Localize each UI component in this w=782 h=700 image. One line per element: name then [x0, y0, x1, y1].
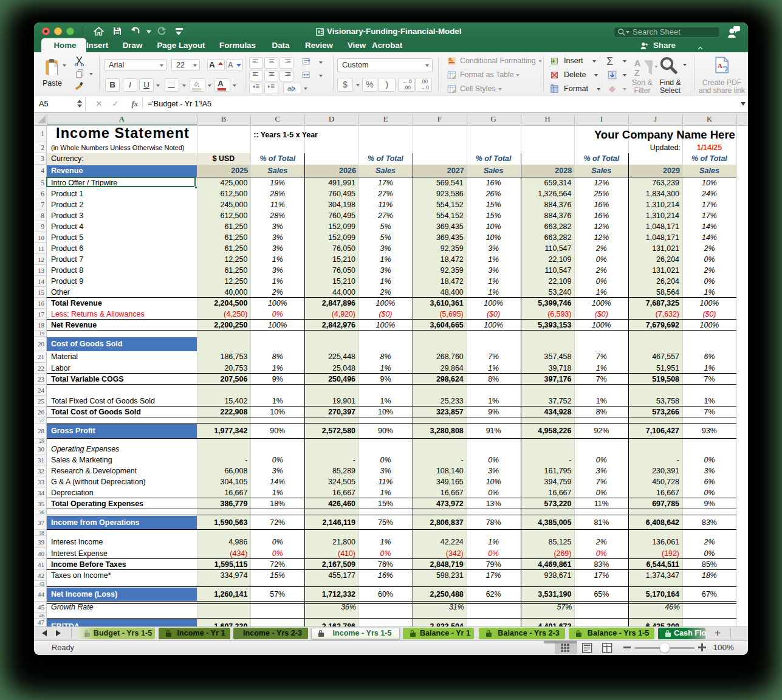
svg-text:A: A	[634, 58, 641, 68]
svg-text:Z: Z	[634, 68, 640, 77]
svg-text:A: A	[718, 62, 723, 69]
